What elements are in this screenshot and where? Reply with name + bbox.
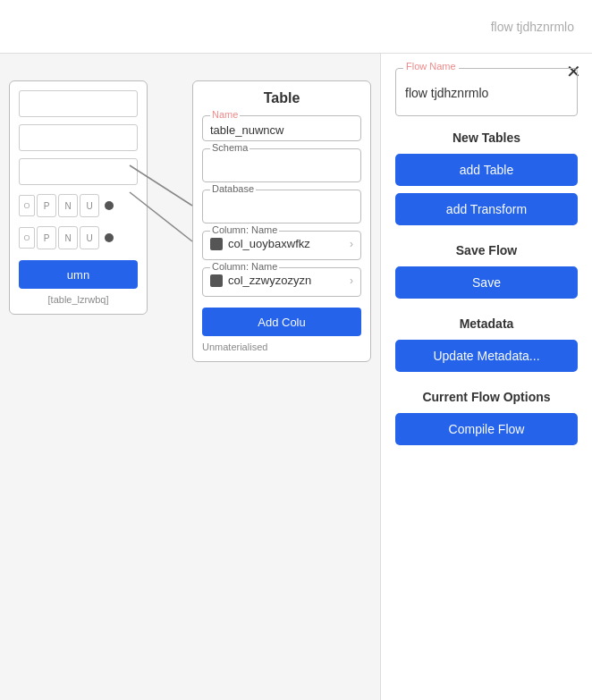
add-column-button-right[interactable]: Add Colu xyxy=(202,308,361,336)
flow-name-box: Flow Name xyxy=(395,68,578,116)
flow-name-input[interactable] xyxy=(405,76,568,110)
col1-arrow-icon: › xyxy=(350,238,353,250)
name-field-group: Name table_nuwncw xyxy=(202,115,361,141)
schema-field-group: Schema xyxy=(202,148,361,182)
metadata-section: Metadata Update Metadata... xyxy=(395,316,578,379)
canvas-area: O P N U O P N U umn [table_lzrwbq] Table… xyxy=(0,54,380,700)
update-metadata-button[interactable]: Update Metadata... xyxy=(395,340,578,372)
name-field-value: table_nuwncw xyxy=(210,123,353,137)
left-col-btn-o2[interactable]: O xyxy=(19,227,35,249)
flow-name-display: flow tjdhznrmlo xyxy=(491,20,574,34)
left-col-btn-p1[interactable]: P xyxy=(37,194,56,217)
col1-name: col_uoybaxwfkz xyxy=(228,237,350,250)
left-col-btn-n2[interactable]: N xyxy=(58,226,78,249)
save-flow-section: Save Flow Save xyxy=(395,243,578,306)
add-transform-button[interactable]: add Transform xyxy=(395,193,578,225)
add-table-button[interactable]: add Table xyxy=(395,154,578,186)
new-tables-title: New Tables xyxy=(395,131,578,145)
save-button[interactable]: Save xyxy=(395,266,578,299)
flow-name-box-label: Flow Name xyxy=(403,61,459,72)
left-col-btn-u1[interactable]: U xyxy=(80,194,99,217)
col2-square xyxy=(210,274,223,287)
new-tables-section: New Tables add Table add Transform xyxy=(395,131,578,232)
database-field-label: Database xyxy=(210,183,256,194)
unmaterialised-status: Unmaterialised xyxy=(202,342,361,352)
left-col-btn-p2[interactable]: P xyxy=(37,226,56,249)
right-panel: ✕ Flow Name New Tables add Table add Tra… xyxy=(380,54,592,700)
database-field-group: Database xyxy=(202,190,361,223)
col2-field-group: Column: Name col_zzwyzozyzn › xyxy=(202,267,361,297)
table-tag-left: [table_lzrwbq] xyxy=(19,294,138,305)
schema-field-label: Schema xyxy=(210,142,249,153)
col1-label: Column: Name xyxy=(210,224,279,235)
col1-square xyxy=(210,238,223,250)
compile-flow-button[interactable]: Compile Flow xyxy=(395,413,578,445)
current-flow-options-section: Current Flow Options Compile Flow xyxy=(395,390,578,452)
connector-dot-2 xyxy=(105,233,114,242)
col1-row: col_uoybaxwfkz › xyxy=(210,237,353,250)
col1-field-group: Column: Name col_uoybaxwfkz › xyxy=(202,231,361,260)
connector-dot-1 xyxy=(105,201,114,210)
database-field-input[interactable] xyxy=(210,196,353,219)
current-flow-options-title: Current Flow Options xyxy=(395,390,578,404)
left-input-1[interactable] xyxy=(19,90,138,117)
metadata-title: Metadata xyxy=(395,316,578,331)
left-input-2[interactable] xyxy=(19,124,138,151)
col2-row: col_zzwyzozyzn › xyxy=(210,274,353,287)
name-field-label: Name xyxy=(210,109,240,120)
right-table-card: Table Name table_nuwncw Schema Database … xyxy=(192,80,371,362)
schema-field-input[interactable] xyxy=(210,155,353,178)
left-input-3[interactable] xyxy=(19,158,138,185)
add-column-button-left[interactable]: umn xyxy=(19,260,138,289)
col2-name: col_zzwyzozyzn xyxy=(228,274,350,287)
left-col-row-2: O P N U xyxy=(19,224,138,251)
left-col-btn-u2[interactable]: U xyxy=(80,226,99,249)
left-col-btn-n1[interactable]: N xyxy=(58,194,78,217)
left-col-btn-o1[interactable]: O xyxy=(19,195,35,216)
save-flow-title: Save Flow xyxy=(395,243,578,257)
table-title: Table xyxy=(202,90,361,106)
left-table-card: O P N U O P N U umn [table_lzrwbq] xyxy=(9,80,148,315)
top-bar: flow tjdhznrmlo xyxy=(0,0,592,54)
left-col-row-1: O P N U xyxy=(19,192,138,219)
col2-arrow-icon: › xyxy=(350,274,353,287)
col2-label: Column: Name xyxy=(210,261,279,272)
